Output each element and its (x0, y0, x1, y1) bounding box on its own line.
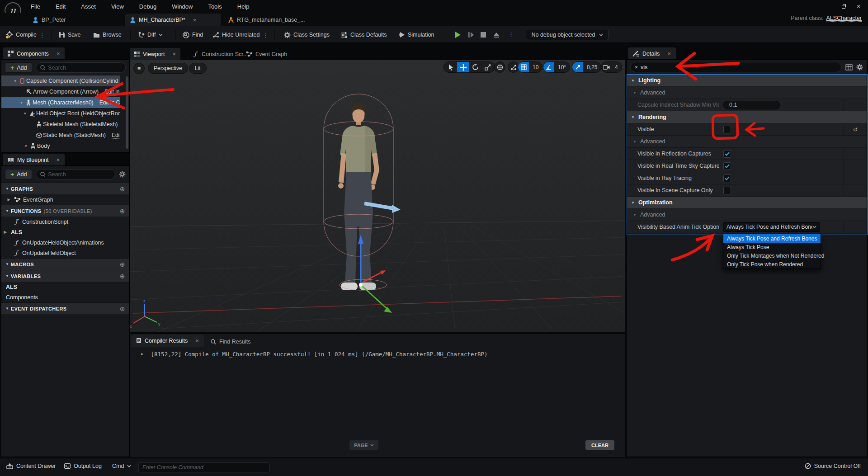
dropdown-option[interactable]: Only Tick Montages when Not Rendered (723, 251, 821, 260)
details-settings-gear-icon[interactable] (856, 64, 863, 71)
menu-window[interactable]: Window (170, 1, 194, 12)
camera-speed-value[interactable]: 4 (611, 64, 622, 71)
compile-button[interactable]: Compile ⋮ (5, 29, 45, 40)
find-button[interactable]: Find (183, 29, 203, 40)
rotate-tool-button[interactable] (469, 61, 481, 73)
section-expander-icon[interactable]: ▼ (5, 187, 9, 191)
advanced-subheader[interactable]: ▼Advanced (627, 209, 867, 221)
expander-icon[interactable]: ▶ (6, 198, 12, 202)
macros-section-header[interactable]: ▼ MACROS⊕ (1, 258, 129, 270)
grid-snap-control[interactable]: 10 (518, 61, 542, 73)
tree-row-skeletal-mesh[interactable]: Skeletal Mesh (SkeletalMesh) (1, 119, 120, 130)
expander-icon[interactable]: ▼ (23, 144, 29, 148)
capsule-shadow-value-field[interactable]: 0,1 (723, 101, 780, 109)
console-command-input[interactable] (142, 464, 265, 471)
my-blueprint-panel-tab[interactable]: My Blueprint × (3, 154, 65, 166)
menu-asset[interactable]: Asset (79, 1, 98, 12)
close-panel-icon[interactable]: × (667, 50, 671, 57)
stop-button[interactable] (481, 29, 486, 40)
content-drawer-button[interactable]: Content Drawer (6, 463, 56, 469)
category-expander-icon[interactable]: ▼ (631, 79, 635, 83)
edit-in-link[interactable]: Edit in (104, 89, 119, 95)
details-search[interactable]: × (630, 62, 842, 72)
components-scrollbar[interactable] (126, 76, 128, 149)
page-button[interactable]: PAGE (349, 440, 378, 450)
close-tab-icon[interactable]: × (172, 51, 176, 57)
asset-tab-rtg-metahuman[interactable]: RTG_metahuman_base_... (223, 14, 310, 26)
console-command-field[interactable] (138, 462, 269, 472)
advanced-expander-icon[interactable]: ▼ (633, 91, 637, 95)
my-blueprint-search[interactable] (36, 169, 115, 179)
menu-file[interactable]: File (29, 1, 42, 12)
optimization-category-header[interactable]: ▼Optimization (627, 197, 867, 209)
property-matrix-icon[interactable] (845, 64, 853, 71)
play-options-icon[interactable]: ⋮ (508, 31, 514, 38)
compile-options-icon[interactable]: ⋮ (39, 32, 45, 38)
camera-speed-icon[interactable] (601, 65, 611, 70)
rotation-snap-value[interactable]: 10° (554, 64, 570, 71)
add-variable-icon[interactable]: ⊕ (120, 273, 125, 280)
dropdown-option[interactable]: Only Tick Pose when Rendered (723, 260, 821, 269)
section-expander-icon[interactable]: ▼ (5, 262, 9, 266)
parent-class-link[interactable]: ALSCharacter (826, 15, 862, 22)
visible-checkbox-unchecked[interactable] (723, 126, 731, 133)
menu-edit[interactable]: Edit (54, 1, 67, 12)
close-tab-icon[interactable]: × (193, 17, 197, 24)
expander-icon[interactable]: ▼ (22, 112, 28, 116)
class-settings-button[interactable]: Class Settings (284, 29, 330, 40)
ray-tracing-checkbox-checked[interactable] (723, 174, 731, 182)
add-component-button[interactable]: +Add (5, 62, 32, 73)
class-defaults-button[interactable]: Class Defaults (341, 29, 387, 40)
scale-snap-icon[interactable] (572, 61, 583, 73)
section-expander-icon[interactable]: ▼ (5, 306, 9, 311)
advanced-expander-icon[interactable]: ▼ (633, 213, 637, 217)
function-row[interactable]: ƒOnUpdateHeldObjectAnimations (1, 237, 129, 248)
anim-tick-option-dropdown[interactable]: Always Tick Pose and Refresh Bones (723, 222, 820, 232)
event-graph-row[interactable]: ▶EventGraph (1, 194, 129, 205)
tree-row-body[interactable]: ▼ Body (1, 141, 120, 151)
menu-debug[interactable]: Debug (137, 1, 158, 12)
add-function-icon[interactable]: ⊕ (120, 207, 125, 215)
variable-category-als[interactable]: ALS (1, 282, 129, 292)
edit-in-link[interactable]: Edit in C (99, 99, 120, 106)
add-dispatcher-icon[interactable]: ⊕ (120, 305, 125, 312)
variable-category-components[interactable]: Components (1, 292, 129, 302)
clear-search-icon[interactable]: × (635, 64, 638, 71)
perspective-dropdown[interactable]: Perspective (148, 63, 188, 74)
find-results-tab[interactable]: Find Results (206, 335, 255, 348)
advanced-expander-icon[interactable]: ▼ (633, 140, 637, 144)
dropdown-option-selected[interactable]: Always Tick Pose and Refresh Bones (723, 234, 821, 243)
menu-tools[interactable]: Tools (206, 1, 223, 12)
rotation-snap-icon[interactable] (543, 61, 554, 73)
grid-snap-icon[interactable] (518, 61, 529, 73)
browse-button[interactable]: Browse (93, 29, 122, 40)
expander-icon[interactable]: ▼ (19, 101, 24, 105)
asset-tab-bp-peter[interactable]: BP_Peter (28, 14, 71, 26)
add-macro-icon[interactable]: ⊕ (120, 261, 125, 268)
rendering-category-header[interactable]: ▼Rendering (627, 111, 867, 123)
hide-unrelated-options-icon[interactable]: ⋮ (262, 32, 268, 38)
scale-snap-control[interactable]: 0,25 (572, 61, 601, 73)
viewport-3d[interactable]: zyx ≡ Perspective Lit 10 10° 0,25 4 (130, 60, 625, 332)
save-button[interactable]: Save (59, 29, 81, 40)
tree-row-held-object-root[interactable]: ▼ Held Object Root (HeldObjectRoo (1, 108, 120, 119)
details-panel-tab[interactable]: Details × (628, 47, 676, 60)
tree-row-static-mesh[interactable]: Static Mesh (StaticMesh) Edit (1, 130, 120, 141)
eject-button[interactable] (493, 29, 500, 40)
grid-snap-value[interactable]: 10 (529, 64, 542, 71)
simulation-button[interactable]: Simulation (399, 29, 434, 40)
camera-speed-control[interactable]: 4 (601, 61, 622, 73)
event-dispatchers-section-header[interactable]: ▼ EVENT DISPATCHERS⊕ (1, 302, 129, 314)
play-button[interactable] (454, 29, 462, 40)
clear-button[interactable]: CLEAR (585, 440, 614, 450)
components-search[interactable] (36, 62, 126, 73)
scale-snap-value[interactable]: 0,25 (583, 64, 601, 71)
category-expander-icon[interactable]: ▼ (631, 201, 635, 205)
graphs-section-header[interactable]: ▼ GRAPHS⊕ (1, 183, 129, 194)
output-log-button[interactable]: Output Log (64, 463, 102, 469)
sky-captures-checkbox-checked[interactable] (723, 162, 731, 170)
event-graph-tab[interactable]: Event Graph (242, 48, 292, 60)
add-graph-icon[interactable]: ⊕ (120, 185, 125, 193)
tree-row-arrow-component[interactable]: Arrow Component (Arrow) Edit in (1, 86, 120, 97)
filter-settings-gear-icon[interactable] (119, 171, 126, 178)
